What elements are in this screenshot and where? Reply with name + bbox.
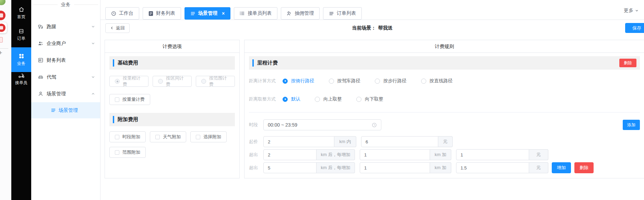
time-period-label: 时段 (249, 122, 263, 128)
list-icon (329, 11, 334, 16)
list-icon (51, 108, 56, 113)
document-filled-icon (148, 11, 153, 16)
increment-price-input[interactable] (456, 149, 529, 160)
checkbox-range-surcharge[interactable]: 范围附加 (109, 147, 146, 158)
tab-label: 工作台 (119, 10, 133, 16)
radio-icon (283, 97, 288, 102)
nav-item-finance-list[interactable]: 财务列表 (31, 52, 100, 69)
over-distance-label: 超出 (249, 152, 263, 158)
over-threshold-input[interactable] (263, 149, 317, 160)
km-per-increase-addon: km 后，每增加 (317, 149, 355, 160)
mileage-billing-section-header: 里程计费 删除 (249, 56, 640, 70)
radio-round-default[interactable]: 默认 (283, 96, 300, 102)
radio-icon (356, 97, 361, 102)
apps-grid-icon (19, 53, 24, 59)
sidebar-item-home[interactable]: 首页 (11, 7, 31, 20)
close-icon[interactable]: × (222, 11, 225, 16)
km-add-addon: km 加 (430, 149, 451, 160)
radio-driving-route[interactable]: 按驾车路径 (329, 78, 361, 84)
save-button[interactable]: 保存 (625, 23, 644, 33)
radio-by-interval[interactable]: 按区间计费 (153, 76, 192, 87)
divider (249, 112, 640, 113)
checkbox-select-surcharge[interactable]: 选择附加 (190, 131, 227, 142)
nav-subitem-label: 场景管理 (59, 107, 78, 114)
base-price-row: 起价 km 内 元 (249, 136, 640, 147)
nav-item-label: 企业商户 (47, 40, 66, 47)
panel-title: 计费选项 (105, 40, 239, 53)
red-app-icon[interactable] (0, 11, 5, 20)
radio-straight-line-route[interactable]: 按直线路径 (421, 78, 453, 84)
yuan-addon: 元 (438, 136, 453, 147)
time-range-input[interactable]: 00:00 ~ 23:59 (263, 119, 381, 130)
yuan-addon: 元 (529, 149, 548, 160)
base-distance-input[interactable] (263, 136, 334, 147)
tab-label: 场景管理 (198, 10, 217, 16)
checkbox-weather-surcharge[interactable]: 天气附加 (150, 131, 186, 142)
nav-sidebar-title: 业务 (31, 0, 100, 9)
distance-calc-row: 距离计算方式 按骑行路径 按驾车路径 按步行路径 (249, 78, 640, 84)
radio-icon (158, 79, 163, 84)
current-scene: 当前场景： 帮我送 (352, 25, 393, 31)
tab-order-list[interactable]: 订单列表 (323, 7, 362, 20)
radio-walking-route[interactable]: 按步行路径 (375, 78, 407, 84)
tab-commission[interactable]: 抽佣管理 (281, 7, 320, 20)
nav-item-label: 财务列表 (47, 57, 66, 63)
checkbox-by-weight[interactable]: 按重量计费 (109, 94, 150, 105)
tab-workbench[interactable]: 工作台 (105, 7, 139, 20)
nav-subitem-scene-management[interactable]: 场景管理 (31, 102, 100, 118)
tab-scene-management[interactable]: 场景管理 × (184, 7, 230, 20)
scooter-icon (18, 73, 25, 78)
over-distance-row: 超出 km 后，每增加 km 加 元 增加 删除 (249, 162, 640, 173)
sidebar-item-business[interactable]: 业务 (11, 47, 31, 72)
red-app-icon-card[interactable] (0, 22, 7, 33)
nav-item-driving[interactable]: 代驾 (31, 69, 100, 85)
add-time-period-button[interactable]: 添加 (623, 120, 640, 130)
radio-by-mileage[interactable]: 按里程计费 (109, 76, 148, 87)
sidebar-item-couriers[interactable]: 接单员 (11, 73, 31, 86)
increment-price-input[interactable] (456, 162, 529, 173)
tab-label: 订单列表 (337, 10, 356, 16)
radio-by-range[interactable]: 按范围计费 (196, 76, 235, 87)
km-add-addon: km 加 (430, 162, 451, 173)
radio-riding-route[interactable]: 按骑行路径 (283, 78, 314, 84)
checkbox-time-surcharge[interactable]: 时段附加 (109, 131, 146, 142)
car-icon (38, 74, 44, 80)
nav-item-errand[interactable]: 跑腿 (31, 18, 100, 35)
checkbox-icon (115, 97, 119, 102)
chevron-down-icon (91, 42, 95, 45)
list-icon (190, 11, 195, 16)
base-price-input[interactable] (361, 136, 438, 147)
tab-bar: 工作台 财务列表 场景管理 × 接单员列表 抽佣管理 订单列表 更多 (100, 0, 644, 20)
add-tier-button[interactable]: 增加 (552, 162, 571, 173)
radio-icon (201, 79, 206, 84)
nav-item-label: 场景管理 (47, 91, 66, 97)
chevron-up-icon (91, 92, 95, 96)
toolbar: 返回 当前场景： 帮我送 保存 (100, 20, 644, 36)
red-app-icon (0, 24, 5, 32)
distance-round-row: 距离取整方式 默认 向上取整 向下取整 (249, 96, 640, 102)
sidebar-item-orders[interactable]: 订单 (11, 28, 31, 42)
checkbox-icon (115, 150, 119, 155)
more-menu[interactable]: 更多 (624, 8, 639, 14)
delete-tier-button[interactable]: 删除 (574, 162, 594, 173)
nav-item-merchants[interactable]: 企业商户 (31, 35, 100, 52)
checkbox-icon (196, 135, 200, 139)
delete-rule-button[interactable]: 删除 (619, 59, 636, 67)
document-icon[interactable] (0, 37, 3, 43)
nav-item-scene-management[interactable]: 场景管理 (31, 85, 100, 102)
billing-rules-panel: 计费规则 里程计费 删除 距离计算方式 按骑行路径 按驾车路径 (244, 40, 644, 178)
tab-courier-list[interactable]: 接单员列表 (234, 7, 277, 20)
add-icon[interactable]: + (0, 50, 2, 56)
finance-card-icon (38, 57, 44, 63)
back-button[interactable]: 返回 (105, 23, 130, 33)
radio-round-up[interactable]: 向上取整 (315, 96, 342, 102)
increment-distance-input[interactable] (360, 162, 430, 173)
over-threshold-input[interactable] (263, 162, 317, 173)
panel-title: 计费规则 (245, 40, 644, 53)
chevron-down-icon (91, 25, 95, 28)
tab-finance-list[interactable]: 财务列表 (143, 7, 181, 20)
increment-distance-input[interactable] (360, 149, 430, 160)
tab-label: 接单员列表 (248, 10, 272, 16)
radio-round-down[interactable]: 向下取整 (356, 96, 383, 102)
over-distance-row: 超出 km 后，每增加 km 加 元 (249, 149, 640, 160)
